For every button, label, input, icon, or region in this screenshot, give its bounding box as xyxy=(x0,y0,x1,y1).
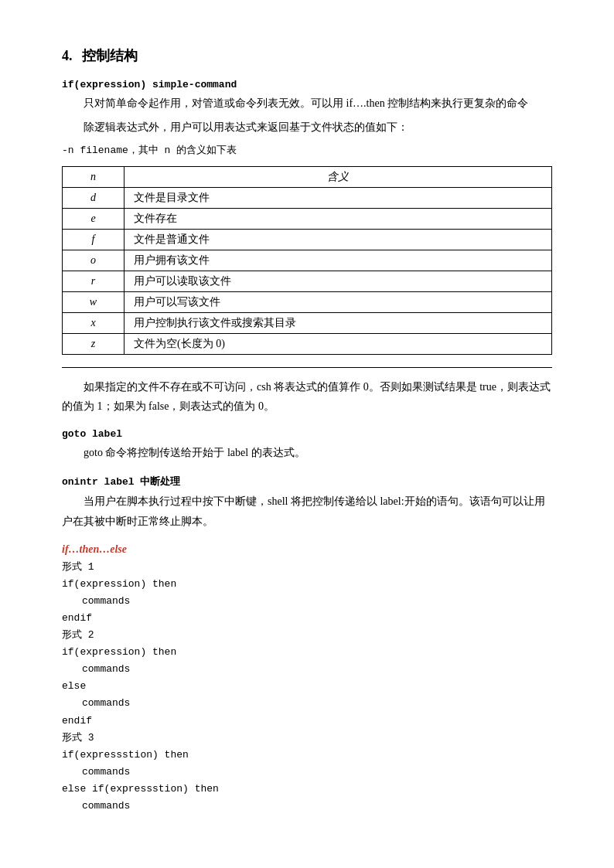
if-simple-para2: 除逻辑表达式外，用户可以用表达式来返回基于文件状态的值如下： xyxy=(62,117,552,137)
onintr-block: onintr label 中断处理 当用户在脚本执行过程中按下中断键，shell… xyxy=(62,475,552,530)
table-row: r用户可以读取该文件 xyxy=(63,271,552,291)
form3-code: if(expressstion) thencommandselse if(exp… xyxy=(62,747,552,815)
section-number: 4. xyxy=(62,48,73,63)
section-title-text: 控制结构 xyxy=(82,48,138,63)
code-line: commands xyxy=(62,593,552,610)
onintr-para: 当用户在脚本执行过程中按下中断键，shell 将把控制传递给以 label:开始… xyxy=(62,492,552,530)
table-cell-n: z xyxy=(63,333,125,354)
code-line: commands xyxy=(62,764,552,781)
table-cell-n: d xyxy=(63,187,125,208)
table-cell-n: r xyxy=(63,271,125,291)
table-cell-meaning: 文件为空(长度为 0) xyxy=(125,333,552,354)
table-divider xyxy=(62,367,552,368)
table-cell-meaning: 文件是普通文件 xyxy=(125,229,552,250)
table-row: w用户可以写该文件 xyxy=(63,291,552,312)
table-cell-meaning: 文件存在 xyxy=(125,208,552,229)
table-row: f文件是普通文件 xyxy=(63,229,552,250)
code-line: commands xyxy=(62,695,552,712)
code-line: else if(expressstion) then xyxy=(62,781,552,798)
goto-heading: goto label xyxy=(62,428,552,440)
if-simple-para1: 只对简单命令起作用，对管道或命令列表无效。可以用 if….then 控制结构来执… xyxy=(62,94,552,113)
code-line: commands xyxy=(62,798,552,815)
table-header-meaning: 含义 xyxy=(125,166,552,187)
form2-code: if(expression) thencommandselsecommandse… xyxy=(62,644,552,729)
form1-code: if(expression) thencommandsendif xyxy=(62,576,552,627)
table-cell-meaning: 用户可以读取该文件 xyxy=(125,271,552,291)
table-row: d文件是目录文件 xyxy=(63,187,552,208)
para-after-table: 如果指定的文件不存在或不可访问，csh 将表达式的值算作 0。否则如果测试结果是… xyxy=(62,377,552,416)
code-line: else xyxy=(62,678,552,695)
table-cell-meaning: 用户可以写该文件 xyxy=(125,291,552,312)
section-heading: 4. 控制结构 xyxy=(62,46,552,65)
table-cell-n: o xyxy=(63,250,125,271)
table-cell-n: e xyxy=(63,208,125,229)
code-line: if(expressstion) then xyxy=(62,747,552,764)
table-cell-meaning: 用户控制执行该文件或搜索其目录 xyxy=(125,312,552,333)
form2-label: 形式 2 xyxy=(62,627,552,644)
code-line: commands xyxy=(62,661,552,678)
flag-table: n 含义 d文件是目录文件e文件存在f文件是普通文件o用户拥有该文件r用户可以读… xyxy=(62,166,552,355)
table-header-n: n xyxy=(63,166,125,187)
table-cell-meaning: 文件是目录文件 xyxy=(125,187,552,208)
if-filename-line: -n filename，其中 n 的含义如下表 xyxy=(62,141,552,159)
table-cell-meaning: 用户拥有该文件 xyxy=(125,250,552,271)
if-simple-heading: if(expression) simple-command xyxy=(62,79,552,90)
table-cell-n: f xyxy=(63,229,125,250)
code-line: endif xyxy=(62,610,552,627)
goto-para: goto 命令将控制传送给开始于 label 的表达式。 xyxy=(62,443,552,462)
code-line: if(expression) then xyxy=(62,576,552,593)
form1-label: 形式 1 xyxy=(62,559,552,576)
form3-label: 形式 3 xyxy=(62,730,552,747)
table-row: e文件存在 xyxy=(63,208,552,229)
if-then-else-heading: if…then…else xyxy=(62,543,127,555)
code-line: if(expression) then xyxy=(62,644,552,661)
table-cell-n: w xyxy=(63,291,125,312)
table-row: z文件为空(长度为 0) xyxy=(63,333,552,354)
goto-block: goto label goto 命令将控制传送给开始于 label 的表达式。 xyxy=(62,428,552,462)
table-cell-n: x xyxy=(63,312,125,333)
if-then-else-block: if…then…else 形式 1 if(expression) thencom… xyxy=(62,543,552,815)
if-simple-block: if(expression) simple-command 只对简单命令起作用，… xyxy=(62,79,552,355)
code-line: endif xyxy=(62,713,552,730)
onintr-heading: onintr label 中断处理 xyxy=(62,475,552,488)
table-row: x用户控制执行该文件或搜索其目录 xyxy=(63,312,552,333)
table-row: o用户拥有该文件 xyxy=(63,250,552,271)
